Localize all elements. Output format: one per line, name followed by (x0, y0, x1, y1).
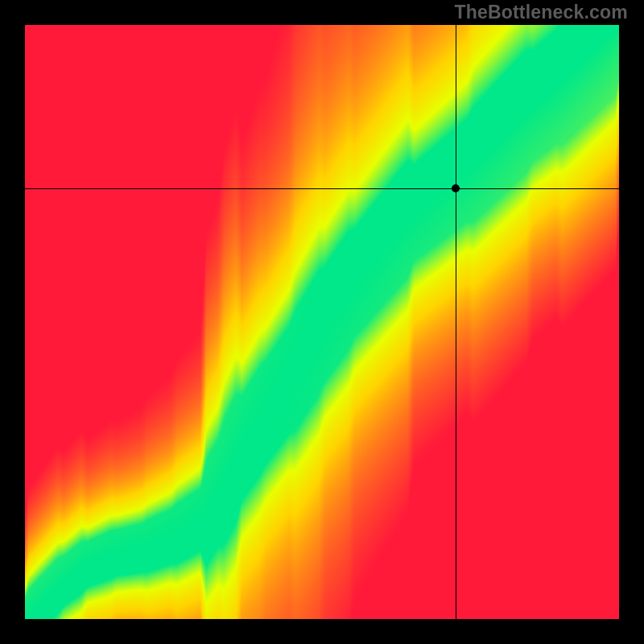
watermark-text: TheBottleneck.com (454, 2, 628, 23)
plot-area (25, 25, 619, 619)
data-point-marker (452, 184, 460, 192)
chart-frame: TheBottleneck.com (0, 0, 644, 644)
crosshair-vertical (456, 25, 456, 619)
heatmap-canvas (25, 25, 619, 619)
crosshair-horizontal (25, 188, 619, 189)
